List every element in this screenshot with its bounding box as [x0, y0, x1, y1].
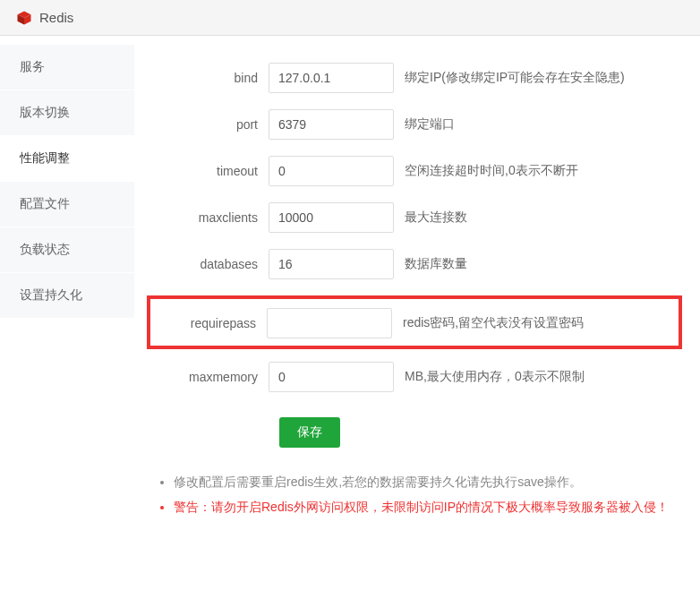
sidebar: 服务 版本切换 性能调整 配置文件 负载状态 设置持久化: [0, 36, 134, 537]
sidebar-item-label: 负载状态: [20, 242, 70, 256]
sidebar-item-label: 服务: [20, 59, 45, 73]
input-timeout[interactable]: [269, 156, 394, 186]
input-databases[interactable]: [269, 249, 394, 279]
form-row-maxclients: maxclients 最大连接数: [152, 202, 682, 233]
desc-maxclients: 最大连接数: [405, 210, 467, 226]
desc-requirepass: redis密码,留空代表没有设置密码: [403, 315, 584, 331]
label-port: port: [152, 117, 269, 132]
desc-databases: 数据库数量: [405, 256, 467, 272]
form-row-timeout: timeout 空闲连接超时时间,0表示不断开: [152, 156, 682, 186]
label-bind: bind: [152, 71, 269, 85]
sidebar-item-service[interactable]: 服务: [0, 45, 134, 90]
sidebar-item-performance[interactable]: 性能调整: [0, 136, 134, 182]
redis-icon: [16, 10, 32, 26]
label-maxmemory: maxmemory: [152, 370, 269, 384]
form-row-maxmemory: maxmemory MB,最大使用内存，0表示不限制: [152, 362, 682, 392]
label-requirepass: requirepass: [150, 316, 267, 330]
container: 服务 版本切换 性能调整 配置文件 负载状态 设置持久化 bind 绑定IP(修…: [0, 36, 700, 537]
main-content: bind 绑定IP(修改绑定IP可能会存在安全隐患) port 绑定端口 tim…: [134, 36, 700, 537]
desc-maxmemory: MB,最大使用内存，0表示不限制: [405, 369, 585, 385]
sidebar-item-persistence[interactable]: 设置持久化: [0, 273, 134, 319]
save-button[interactable]: 保存: [279, 417, 340, 448]
sidebar-item-label: 设置持久化: [20, 287, 82, 302]
label-databases: databases: [152, 257, 269, 271]
header: Redis: [0, 0, 700, 36]
highlighted-requirepass: requirepass redis密码,留空代表没有设置密码: [147, 295, 682, 349]
note-restart: 修改配置后需要重启redis生效,若您的数据需要持久化请先执行save操作。: [174, 469, 682, 494]
notes-list: 修改配置后需要重启redis生效,若您的数据需要持久化请先执行save操作。 警…: [152, 469, 682, 519]
sidebar-item-config[interactable]: 配置文件: [0, 182, 134, 227]
desc-port: 绑定端口: [405, 116, 455, 133]
sidebar-item-label: 配置文件: [20, 196, 70, 210]
form-row-bind: bind 绑定IP(修改绑定IP可能会存在安全隐患): [152, 63, 682, 93]
input-maxclients[interactable]: [269, 202, 394, 233]
input-maxmemory[interactable]: [269, 362, 394, 392]
form-row-requirepass: requirepass redis密码,留空代表没有设置密码: [150, 308, 679, 338]
header-title: Redis: [39, 10, 73, 25]
form-row-databases: databases 数据库数量: [152, 249, 682, 279]
label-maxclients: maxclients: [152, 210, 269, 225]
input-requirepass[interactable]: [267, 308, 392, 338]
sidebar-item-label: 性能调整: [20, 150, 70, 165]
sidebar-item-load[interactable]: 负载状态: [0, 227, 134, 273]
sidebar-item-label: 版本切换: [20, 105, 70, 119]
sidebar-item-version[interactable]: 版本切换: [0, 90, 134, 136]
input-port[interactable]: [269, 109, 394, 140]
desc-timeout: 空闲连接超时时间,0表示不断开: [405, 163, 578, 179]
form-row-port: port 绑定端口: [152, 109, 682, 140]
label-timeout: timeout: [152, 164, 269, 178]
note-warning: 警告：请勿开启Redis外网访问权限，未限制访问IP的情况下极大概率导致服务器被…: [174, 494, 682, 519]
desc-bind: 绑定IP(修改绑定IP可能会存在安全隐患): [405, 70, 625, 86]
input-bind[interactable]: [269, 63, 394, 93]
